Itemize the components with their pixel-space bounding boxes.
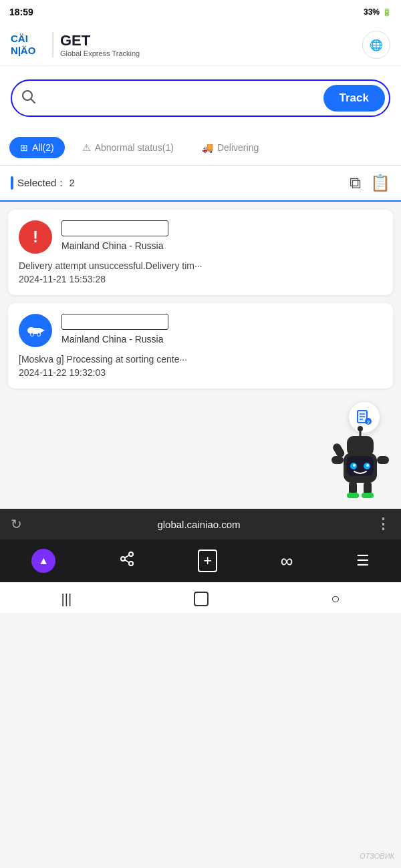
tab-all[interactable]: ⊞ All(2)	[9, 137, 65, 158]
tab-abnormal-icon: ⚠	[82, 142, 91, 153]
tab-delivering-label: Delivering	[217, 142, 259, 153]
search-area: Track	[0, 66, 401, 130]
status-icons: 33% 🔋	[364, 7, 392, 17]
selected-bar-left: Selected： 2	[11, 176, 75, 190]
svg-point-31	[129, 562, 133, 566]
status-signal: 🔋	[382, 8, 392, 17]
card-1-status-icon: !	[19, 220, 52, 254]
browser-url-text: global.cainiao.com	[157, 519, 240, 530]
tab-all-label: All(2)	[32, 142, 54, 153]
card-2-tracking-id	[61, 314, 168, 330]
card-1-info: Mainland China - Russia	[61, 220, 382, 251]
svg-line-32	[124, 560, 129, 563]
card-1-route: Mainland China - Russia	[61, 240, 382, 251]
bottom-menu-button[interactable]: ☰	[356, 552, 370, 570]
card-1-tracking-id	[61, 220, 168, 236]
home-circle: ▲	[31, 549, 55, 573]
globe-icon: 🌐	[370, 39, 383, 51]
system-recents-button[interactable]: ○	[331, 590, 340, 608]
header-title-sub: Global Express Tracking	[60, 49, 140, 57]
browser-url[interactable]: global.cainiao.com	[22, 519, 376, 530]
svg-text:?: ?	[367, 419, 370, 425]
search-input[interactable]	[41, 92, 323, 104]
svg-point-18	[366, 464, 369, 467]
track-button[interactable]: Track	[323, 85, 385, 112]
clipboard-icon[interactable]: 📋	[370, 174, 390, 192]
system-back-button[interactable]: |||	[61, 592, 72, 607]
newtab-icon: +	[198, 550, 217, 572]
bottom-home-button[interactable]: ▲	[31, 549, 55, 573]
menu-icon: ☰	[356, 552, 370, 570]
svg-rect-19	[347, 436, 374, 456]
selected-indicator	[11, 176, 13, 190]
system-nav: ||| ○ ОТЗОВИК	[0, 582, 401, 613]
globe-button[interactable]: 🌐	[362, 31, 390, 59]
card-2-info: Mainland China - Russia	[61, 314, 382, 345]
bottom-nav: ▲ + ∞ ☰	[0, 539, 401, 582]
svg-marker-6	[39, 328, 45, 333]
bottom-extensions-button[interactable]: ∞	[281, 551, 293, 572]
tab-delivering-icon: 🚚	[202, 142, 213, 153]
browser-more-icon[interactable]: ⋮	[376, 515, 390, 533]
card-1-status: Delivery attempt unsuccessful.Delivery t…	[19, 260, 346, 271]
bottom-newtab-button[interactable]: +	[198, 550, 217, 572]
card-2-status-icon	[19, 314, 52, 347]
header-title: GET Global Express Tracking	[52, 32, 140, 57]
svg-rect-23	[377, 456, 389, 464]
tabs-area: ⊞ All(2) ⚠ Abnormal status(1) 🚚 Deliveri…	[0, 130, 401, 166]
cards-area: ! Mainland China - Russia Delivery attem…	[0, 203, 401, 395]
card-1-date: 2024-11-21 15:53:28	[19, 274, 382, 284]
home-square-icon	[194, 592, 209, 606]
selected-bar: Selected： 2 ⧉ 📋	[0, 166, 401, 202]
svg-point-5	[37, 333, 41, 337]
svg-point-29	[129, 552, 133, 556]
tab-delivering[interactable]: 🚚 Delivering	[191, 137, 269, 158]
svg-rect-27	[347, 493, 359, 498]
tab-abnormal-label: Abnormal status(1)	[95, 142, 174, 153]
tab-abnormal[interactable]: ⚠ Abnormal status(1)	[72, 137, 184, 158]
svg-rect-22	[331, 456, 344, 464]
search-box: Track	[11, 79, 390, 117]
tab-pills: ⊞ All(2) ⚠ Abnormal status(1) 🚚 Deliveri…	[9, 137, 392, 158]
selected-text: Selected： 2	[17, 177, 75, 190]
status-bar: 18:59 33% 🔋	[0, 0, 401, 24]
selected-icons: ⧉ 📋	[350, 174, 390, 192]
reload-icon[interactable]: ↻	[11, 516, 22, 532]
header-title-get: GET	[60, 32, 140, 49]
svg-rect-28	[362, 493, 374, 498]
status-time: 18:59	[9, 7, 33, 17]
logo-cai: CÄI	[11, 33, 28, 45]
svg-rect-24	[331, 442, 346, 459]
system-home-button[interactable]	[194, 592, 209, 606]
cainiao-logo: CÄI NÄO	[11, 33, 45, 57]
card-2-top: Mainland China - Russia	[19, 314, 382, 347]
tab-all-icon: ⊞	[20, 142, 28, 153]
back-icon: |||	[61, 592, 72, 607]
card-2-status: [Moskva g] Processing at sorting cente··…	[19, 354, 346, 365]
card-1-top: ! Mainland China - Russia	[19, 220, 382, 254]
svg-line-1	[31, 99, 35, 103]
card-2[interactable]: Mainland China - Russia [Moskva g] Proce…	[8, 303, 393, 389]
recents-icon: ○	[331, 590, 340, 608]
float-area: ?	[8, 395, 393, 502]
svg-line-33	[124, 556, 129, 558]
app-header: CÄI NÄO GET Global Express Tracking 🌐	[0, 24, 401, 66]
card-1[interactable]: ! Mainland China - Russia Delivery attem…	[8, 210, 393, 295]
card-2-route: Mainland China - Russia	[61, 334, 382, 345]
search-icon	[21, 89, 36, 107]
svg-point-21	[358, 426, 363, 431]
watermark: ОТЗОВИК	[360, 852, 394, 860]
bottom-share-button[interactable]	[119, 551, 135, 571]
card-2-date: 2024-11-22 19:32:03	[19, 367, 382, 378]
share-icon	[119, 551, 135, 571]
status-battery: 33%	[364, 7, 380, 17]
copy-icon[interactable]: ⧉	[350, 174, 361, 192]
svg-point-30	[121, 557, 125, 561]
logo-niao: NÄO	[11, 45, 35, 57]
svg-point-17	[353, 464, 356, 467]
header-left: CÄI NÄO GET Global Express Tracking	[11, 32, 140, 57]
extensions-icon: ∞	[281, 551, 293, 572]
svg-point-4	[31, 333, 34, 337]
browser-bar: ↻ global.cainiao.com ⋮	[0, 509, 401, 539]
robot-mascot	[330, 426, 390, 502]
